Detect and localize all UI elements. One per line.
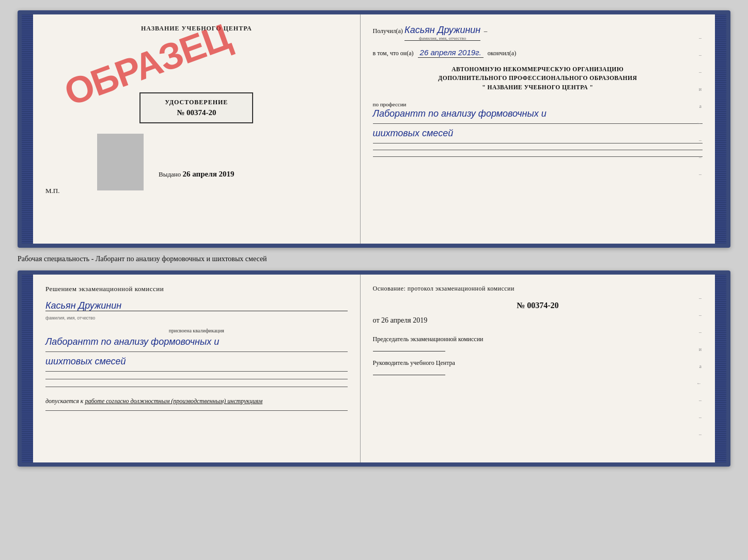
- vtom-label: в том, что он(а): [373, 50, 414, 57]
- page-wrapper: НАЗВАНИЕ УЧЕБНОГО ЦЕНТРА ОБРАЗЕЦ УДОСТОВ…: [0, 0, 748, 560]
- org-line1: АВТОНОМНУЮ НЕКОММЕРЧЕСКУЮ ОРГАНИЗАЦИЮ: [373, 65, 703, 74]
- spine-left: [22, 14, 33, 244]
- bottom-left-panel: Решением экзаменационной комиссии Касьян…: [33, 275, 361, 462]
- protocol-date: 26 апреля 2019: [381, 316, 427, 324]
- mp-line: М.П.: [45, 187, 348, 195]
- kvalif-sep4: [45, 387, 348, 387]
- bottom-deco-lines: – – – и а ← – – –: [696, 295, 702, 437]
- kvalif-sep3: [45, 379, 348, 379]
- kvalif2: шихтовых смесей: [45, 355, 348, 368]
- prof-name: Лаборантт по анализу формовочных и: [373, 107, 703, 120]
- prof-label: по профессии: [373, 101, 703, 107]
- spine-right: [715, 14, 726, 244]
- udostoverenie-title: УДОСТОВЕРЕНИЕ: [150, 99, 243, 106]
- ruk-sign-line: [373, 375, 445, 375]
- vydano-line: Выдано 26 апреля 2019: [159, 170, 234, 179]
- dop-sep: [45, 410, 348, 411]
- prisvoena-label: присвоена квалификация: [45, 328, 348, 333]
- kvalif-sep1: [45, 351, 348, 352]
- cert-left-panel: НАЗВАНИЕ УЧЕБНОГО ЦЕНТРА ОБРАЗЕЦ УДОСТОВ…: [33, 14, 361, 244]
- bottom-spine-left: [22, 275, 33, 462]
- dopuskaetsya-text: работе согласно должностным (производств…: [85, 397, 262, 405]
- vtom-row: в том, что он(а) 26 апреля 2019г. окончи…: [373, 48, 703, 58]
- bottom-name-row: Касьян Дружинин: [45, 300, 348, 311]
- stamp-overlay: ОБРАЗЕЦ УДОСТОВЕРЕНИЕ № 00374-20 Выдано …: [45, 41, 348, 179]
- deco-lines: – – – и а ← – – –: [696, 35, 702, 177]
- udostoverenie-box: УДОСТОВЕРЕНИЕ № 00374-20: [139, 92, 253, 123]
- kvalif: Лаборантт по анализу формовочных и: [45, 335, 348, 348]
- poluchil-row: Получил(а) Касьян Дружинин фамилия, имя,…: [373, 25, 703, 41]
- chairman-sign-line: [373, 351, 445, 351]
- prof-name2: шихтовых смесей: [373, 127, 703, 140]
- org-line2: ДОПОЛНИТЕЛЬНОГО ПРОФЕССИОНАЛЬНОГО ОБРАЗО…: [373, 74, 703, 83]
- poluchil-label: Получил(а): [373, 27, 403, 35]
- vtom-date: 26 апреля 2019г.: [420, 48, 481, 57]
- protocol-date-row: от 26 апреля 2019: [373, 316, 703, 325]
- vydano-date: 26 апреля 2019: [183, 170, 235, 178]
- org-name: " НАЗВАНИЕ УЧЕБНОГО ЦЕНТРА ": [373, 83, 703, 92]
- org-block: АВТОНОМНУЮ НЕКОММЕРЧЕСКУЮ ОРГАНИЗАЦИЮ ДО…: [373, 65, 703, 92]
- protocol-num: № 00374-20: [373, 301, 703, 310]
- dopuskaetsya-block: допускается к работе согласно должностны…: [45, 397, 348, 405]
- line-sep3: [373, 150, 703, 150]
- photo-placeholder: [97, 134, 144, 190]
- bottom-right-panel: Основание: протокол экзаменационной коми…: [361, 275, 715, 462]
- prof-block: по профессии Лаборантт по анализу формов…: [373, 101, 703, 157]
- dopuskaetsya-label: допускается к: [45, 397, 83, 405]
- okonchil-label: окончил(а): [488, 50, 516, 57]
- line-sep1: [373, 123, 703, 124]
- line-sep4: [373, 156, 703, 157]
- resheniem-label: Решением экзаменационной комиссии: [45, 285, 348, 293]
- osnovanie-label: Основание: протокол экзаменационной коми…: [373, 285, 703, 293]
- middle-text: Рабочая специальность - Лаборант по анал…: [18, 255, 730, 263]
- chairman-label: Председатель экзаменационной комиссии: [373, 335, 703, 344]
- line-sep2: [373, 143, 703, 143]
- bottom-spine-right: [715, 275, 726, 462]
- kvalif-sep2: [45, 371, 348, 372]
- cert-right-panel: Получил(а) Касьян Дружинин фамилия, имя,…: [361, 14, 715, 244]
- udostoverenie-num: № 00374-20: [150, 108, 243, 117]
- ruk-label: Руководитель учебного Центра: [373, 359, 703, 367]
- top-document-panel: НАЗВАНИЕ УЧЕБНОГО ЦЕНТРА ОБРАЗЕЦ УДОСТОВ…: [18, 10, 730, 248]
- bottom-name: Касьян Дружинин: [45, 300, 121, 311]
- poluchil-name: Касьян Дружинин: [404, 25, 480, 35]
- protocol-ot: от: [373, 316, 380, 324]
- bottom-document-panel: Решением экзаменационной комиссии Касьян…: [18, 270, 730, 467]
- vydano-label: Выдано: [159, 170, 181, 178]
- name-sub: фамилия, имя, отчество: [45, 315, 95, 321]
